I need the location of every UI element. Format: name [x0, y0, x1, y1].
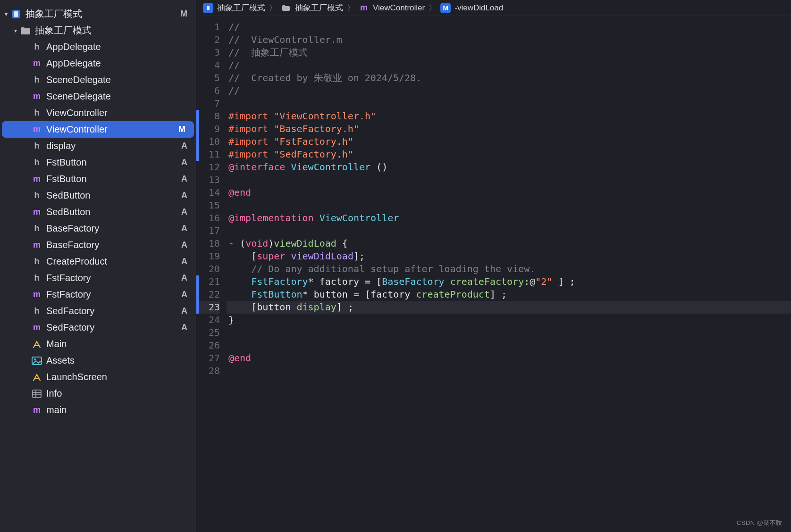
method-icon: M [440, 3, 451, 13]
line-number: 24 [196, 314, 220, 326]
crumb-file[interactable]: ViewController [373, 3, 425, 13]
file-row[interactable]: hdisplayA [0, 138, 196, 154]
code-line[interactable] [227, 224, 791, 237]
file-label: Main [46, 339, 67, 349]
code-line[interactable]: // ViewController.m [227, 33, 791, 46]
line-number: 7 [196, 97, 220, 110]
chevron-right-icon: 〉 [268, 2, 278, 13]
svg-rect-9 [207, 6, 210, 10]
file-label: AppDelegate [46, 42, 101, 52]
file-label: BaseFactory [46, 240, 99, 250]
breadcrumb[interactable]: 抽象工厂模式 〉 抽象工厂模式 〉 m ViewController 〉 M -… [196, 0, 791, 16]
code-line[interactable]: [super viewDidLoad]; [227, 250, 791, 263]
m-file-icon: m [31, 174, 42, 184]
crumb-project[interactable]: 抽象工厂模式 [217, 2, 265, 13]
code-line[interactable]: @implementation ViewController [227, 212, 791, 224]
code-line[interactable]: #import "SedFactory.h" [227, 148, 791, 161]
code-body[interactable]: //// ViewController.m// 抽象工厂模式//// Creat… [227, 21, 791, 532]
code-line[interactable]: [button display] ; [227, 301, 791, 314]
line-number: 20 [196, 263, 220, 275]
file-row[interactable]: hAppDelegate [0, 39, 196, 55]
code-line[interactable]: @end [227, 186, 791, 199]
code-line[interactable]: } [227, 314, 791, 326]
svg-point-3 [34, 358, 36, 360]
h-file-icon: h [31, 224, 42, 233]
status-badge: A [181, 174, 187, 184]
file-label: SedFactory [46, 322, 94, 333]
editor-area: 抽象工厂模式 〉 抽象工厂模式 〉 m ViewController 〉 M -… [196, 0, 791, 532]
code-line[interactable] [227, 365, 791, 377]
code-line[interactable]: @interface ViewController () [227, 161, 791, 174]
chevron-down-icon: ▾ [2, 11, 10, 17]
file-row[interactable]: hBaseFactoryA [0, 220, 196, 237]
code-line[interactable]: #import "ViewController.h" [227, 110, 791, 123]
code-line[interactable] [227, 326, 791, 339]
line-gutter: 1234567891011121314151617181920212223242… [196, 21, 227, 532]
status-badge: A [181, 290, 187, 299]
file-navigator: ▾ 抽象工厂模式 M ▾ 抽象工厂模式 hAppDelegatemAppDele… [0, 0, 196, 532]
file-row[interactable]: mSedFactoryA [0, 319, 196, 336]
line-number: 22 [196, 288, 220, 301]
m-file-icon: m [31, 240, 42, 250]
file-label: FstFactory [46, 273, 91, 283]
code-line[interactable]: // Created by 朱敬业 on 2024/5/28. [227, 72, 791, 84]
file-row[interactable]: hViewController [0, 105, 196, 121]
svg-rect-1 [14, 11, 18, 17]
code-line[interactable] [227, 97, 791, 110]
code-line[interactable]: - (void)viewDidLoad { [227, 237, 791, 250]
file-row[interactable]: mFstFactoryA [0, 286, 196, 303]
code-line[interactable]: // Do any additional setup after loading… [227, 263, 791, 275]
status-badge: A [181, 273, 187, 283]
file-row[interactable]: hFstFactoryA [0, 270, 196, 286]
code-line[interactable]: // 抽象工厂模式 [227, 46, 791, 59]
file-label: display [46, 141, 76, 151]
line-number: 18 [196, 237, 220, 250]
group-row[interactable]: ▾ 抽象工厂模式 [0, 22, 196, 39]
line-number: 4 [196, 59, 220, 72]
file-row[interactable]: hSceneDelegate [0, 72, 196, 88]
file-row[interactable]: hFstButtonA [0, 154, 196, 171]
status-badge: A [181, 207, 187, 217]
m-file-icon: m [31, 207, 42, 217]
file-row[interactable]: Assets [0, 352, 196, 369]
code-line[interactable]: // [227, 84, 791, 97]
file-label: Assets [46, 355, 75, 366]
code-line[interactable]: // [227, 59, 791, 72]
code-line[interactable] [227, 199, 791, 212]
svg-rect-4 [33, 390, 41, 398]
code-line[interactable]: FstFactory* factory = [BaseFactory creat… [227, 275, 791, 288]
storyboard-file-icon [31, 373, 42, 382]
file-row[interactable]: mSceneDelegate [0, 88, 196, 105]
crumb-group[interactable]: 抽象工厂模式 [295, 2, 343, 13]
code-line[interactable] [227, 339, 791, 352]
code-line[interactable] [227, 174, 791, 186]
file-row[interactable]: LaunchScreen [0, 369, 196, 385]
code-line[interactable]: @end [227, 352, 791, 365]
file-row[interactable]: mBaseFactoryA [0, 237, 196, 253]
code-line[interactable]: #import "BaseFactory.h" [227, 123, 791, 135]
project-root-row[interactable]: ▾ 抽象工厂模式 M [0, 6, 196, 22]
code-line[interactable]: #import "FstFactory.h" [227, 135, 791, 148]
file-row[interactable]: mSedButtonA [0, 204, 196, 220]
source-editor[interactable]: 1234567891011121314151617181920212223242… [196, 16, 791, 532]
file-row[interactable]: mViewControllerM [2, 121, 194, 138]
file-row[interactable]: Main [0, 336, 196, 352]
file-row[interactable]: Info [0, 385, 196, 402]
folder-icon [20, 26, 31, 35]
file-label: AppDelegate [46, 58, 101, 69]
file-label: SedButton [46, 207, 90, 217]
file-row[interactable]: hSedButtonA [0, 187, 196, 204]
file-row[interactable]: mFstButtonA [0, 171, 196, 187]
crumb-method[interactable]: -viewDidLoad [454, 3, 503, 13]
h-file-icon: h [31, 306, 42, 316]
file-row[interactable]: mAppDelegate [0, 55, 196, 72]
file-label: FstFactory [46, 289, 91, 300]
file-row[interactable]: mmain [0, 402, 196, 418]
file-row[interactable]: hCreateProductA [0, 253, 196, 270]
code-line[interactable]: FstButton* button = [factory createProdu… [227, 288, 791, 301]
status-badge: A [181, 191, 187, 200]
code-line[interactable]: // [227, 21, 791, 33]
line-number: 3 [196, 46, 220, 59]
file-row[interactable]: hSedFactoryA [0, 303, 196, 319]
h-file-icon: h [31, 42, 42, 52]
